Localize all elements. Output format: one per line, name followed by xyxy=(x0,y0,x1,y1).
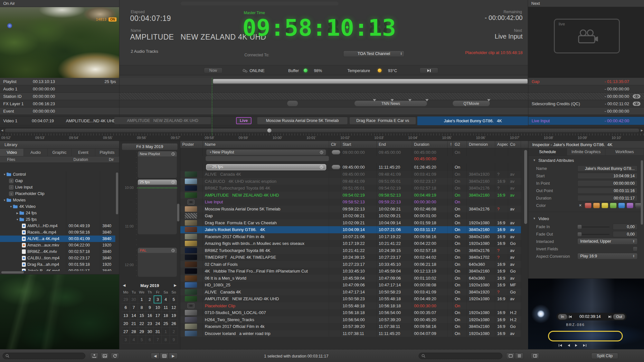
timeline-scrollbar[interactable] xyxy=(5,128,639,133)
playlist-row[interactable]: Discover Iceland a winter road trip11:07… xyxy=(180,330,521,337)
color-swatch[interactable] xyxy=(585,203,592,208)
calendar-day[interactable]: 3 xyxy=(154,295,162,303)
library-item[interactable]: ▼Movies xyxy=(0,197,115,203)
calendar-day[interactable]: 9 xyxy=(146,303,154,311)
calendar-day[interactable]: 8 xyxy=(162,336,170,344)
library-tab-video[interactable]: Video xyxy=(0,149,24,156)
playlist-row[interactable]: Raceism 2017 Official Film in 4k10:07:21… xyxy=(180,233,521,240)
playlist-search-input[interactable] xyxy=(419,353,502,359)
library-item[interactable]: ▼Control xyxy=(0,171,115,178)
calendar-day[interactable]: 7 xyxy=(154,336,162,344)
library-item[interactable]: ▼25 fps xyxy=(0,216,115,223)
calendar-day[interactable]: 5 xyxy=(170,295,178,303)
playlist-row[interactable]: Gap10:02:08:2110:02:09:2100:00:01:00On xyxy=(180,212,521,219)
calendar-day[interactable]: 18 xyxy=(162,311,170,320)
column-header[interactable]: Aspect xyxy=(495,141,508,148)
calendar-prev-day-button[interactable]: ◀ xyxy=(151,353,160,359)
schedule-scroll-handle[interactable] xyxy=(177,204,179,221)
calendar-day[interactable]: 22 xyxy=(138,320,146,328)
calendar-day[interactable]: 30 xyxy=(130,295,138,303)
library-item[interactable]: BR86Z...4K.m4v00:02:57:183840 xyxy=(0,248,115,255)
disclosure-triangle-icon[interactable]: ▶ xyxy=(15,212,19,215)
inspector-toggle-button[interactable] xyxy=(531,353,539,359)
disclosure-triangle-icon[interactable]: ▼ xyxy=(209,151,212,154)
scroll-left-icon[interactable]: ◀ xyxy=(1,129,3,132)
channel-select[interactable]: TOA Test Channel ▲▼ xyxy=(343,51,404,57)
playlist-row[interactable]: AMPLITUDE NEW ZEALAND 4K UHD09:54:02:190… xyxy=(180,192,521,199)
fx-marker-icon[interactable] xyxy=(408,99,412,101)
calendar-day[interactable]: 4 xyxy=(130,336,138,344)
fx-segment[interactable] xyxy=(287,101,298,106)
calendar-day[interactable]: 10 xyxy=(154,303,162,311)
column-header[interactable]: G2 xyxy=(453,141,467,148)
video-clip[interactable]: AMPLITUDE NEW ZEALAND 4K UHD xyxy=(114,117,211,124)
playlist-row[interactable]: 0710-Studio1_MOS_LOCAL-00710:56:18:1810:… xyxy=(180,309,521,316)
library-tab-graphic[interactable]: Graphic xyxy=(48,149,71,156)
aspect-conversion-dropdown[interactable]: Play 16:9 ▲▼ xyxy=(577,253,638,259)
schedule-block[interactable]: New Playlist xyxy=(137,151,177,178)
color-swatch[interactable] xyxy=(601,203,608,208)
calendar-day[interactable]: 1 xyxy=(138,295,146,303)
calendar-day[interactable]: 1 xyxy=(162,328,170,336)
standard-attributes-section[interactable]: ▼ Standard Attributes xyxy=(528,156,644,165)
playlist-row[interactable]: Jake's Rocket Bunny GT86. 4K10:04:09:141… xyxy=(180,226,521,233)
column-files[interactable]: Files xyxy=(7,157,15,162)
playlist-extent-bar[interactable] xyxy=(213,79,528,84)
fx-marker-icon[interactable] xyxy=(391,99,394,101)
slider-knob[interactable] xyxy=(577,225,582,229)
calendar-day[interactable]: 8 xyxy=(138,303,146,311)
disclosure-triangle-icon[interactable]: ▼ xyxy=(3,173,6,176)
calendar-day[interactable]: 29 xyxy=(122,295,130,303)
playlist-group-row[interactable]: ▼25 fps09:45:00:0011:11:45:2001:26:45:20… xyxy=(180,163,521,171)
interlaced-dropdown[interactable]: Interlaced, Upper ▲▼ xyxy=(577,238,638,245)
playlist-row[interactable]: 4K Hubble The Final Fro...Final Film #Pl… xyxy=(180,268,521,275)
step-forward-icon[interactable] xyxy=(608,315,611,318)
field-value[interactable]: Jake's Rocket Bunny GT8... xyxy=(577,165,638,172)
playlist-row[interactable]: Moscow Russia Aerial Drone 5K Timelab09:… xyxy=(180,206,521,213)
calendar-next-day-button[interactable]: ▶ xyxy=(169,353,178,359)
slider-knob[interactable] xyxy=(577,232,582,237)
track-row[interactable]: Station ID00:00:00:00 xyxy=(0,93,119,100)
calendar-day[interactable]: 16 xyxy=(146,311,154,320)
calendar-day[interactable]: 31 xyxy=(154,328,162,336)
calendar-day[interactable]: 12 xyxy=(170,303,178,311)
refresh-button[interactable] xyxy=(111,353,119,359)
playlist-row[interactable]: ALIVE Canada 4K10:47:17:1410:50:58:2300:… xyxy=(180,289,521,296)
track-row[interactable]: FX Layer 100:06:16:23 xyxy=(0,100,119,107)
inspector-scroll-handle[interactable] xyxy=(641,160,643,225)
disclosure-triangle-icon[interactable]: ▼ xyxy=(209,166,212,169)
calendar-today-button[interactable] xyxy=(160,353,169,359)
playlist-row[interactable]: BR86Z Turbocharged Toyota 86 4K09:51:05:… xyxy=(180,185,521,192)
calendar-day[interactable]: 7 xyxy=(130,303,138,311)
group-pill[interactable]: ▼25 fps xyxy=(206,164,326,170)
play-forward-icon[interactable] xyxy=(575,344,578,347)
calendar-day[interactable]: 24 xyxy=(154,320,162,328)
column-header[interactable]: Name xyxy=(203,141,329,148)
calendar-day[interactable]: 29 xyxy=(138,328,146,336)
schedule-block[interactable]: PAL xyxy=(137,247,177,277)
playlist-row[interactable]: HD_1080i_2510:47:09:0610:47:17:1400:00:0… xyxy=(180,282,521,289)
library-item[interactable]: sPlaceholder Clip xyxy=(0,190,115,197)
playlist-row[interactable]: TIMEDRIFT ALPINE 4K TIMELAPSE10:24:39:15… xyxy=(180,254,521,261)
invert-fields-checkbox[interactable] xyxy=(633,246,638,251)
field-value[interactable]: 00:03:11:16 xyxy=(577,188,638,194)
color-swatch[interactable] xyxy=(627,203,633,208)
color-swatch[interactable] xyxy=(610,203,617,208)
library-item[interactable]: ▶24 fps xyxy=(0,210,115,216)
color-pill[interactable] xyxy=(332,150,340,154)
library-vscroll-handle[interactable] xyxy=(116,172,118,214)
color-swatch[interactable] xyxy=(618,203,625,208)
calendar-day[interactable]: 26 xyxy=(170,320,178,328)
library-tab-audio[interactable]: Audio xyxy=(24,149,48,156)
library-item[interactable]: Drag Ra...ah.mp400:01:59:181920 xyxy=(0,261,115,268)
video-section[interactable]: ▼ Video xyxy=(528,214,644,223)
track-row[interactable]: Audio 100:00:00:00 xyxy=(0,85,119,93)
library-item[interactable]: ▼4K Video xyxy=(0,203,115,210)
next-row[interactable]: Gap- 01:13:35:07 xyxy=(528,78,644,85)
library-item[interactable]: Raceis...4k.mp400:09:58:163840 xyxy=(0,229,115,236)
split-clip-button[interactable]: Split Clip xyxy=(591,353,618,359)
step-back-icon[interactable] xyxy=(569,315,572,318)
calendar-day[interactable]: 6 xyxy=(122,303,130,311)
calendar-day[interactable]: 20 xyxy=(122,320,130,328)
visibility-toggle[interactable] xyxy=(633,94,640,98)
